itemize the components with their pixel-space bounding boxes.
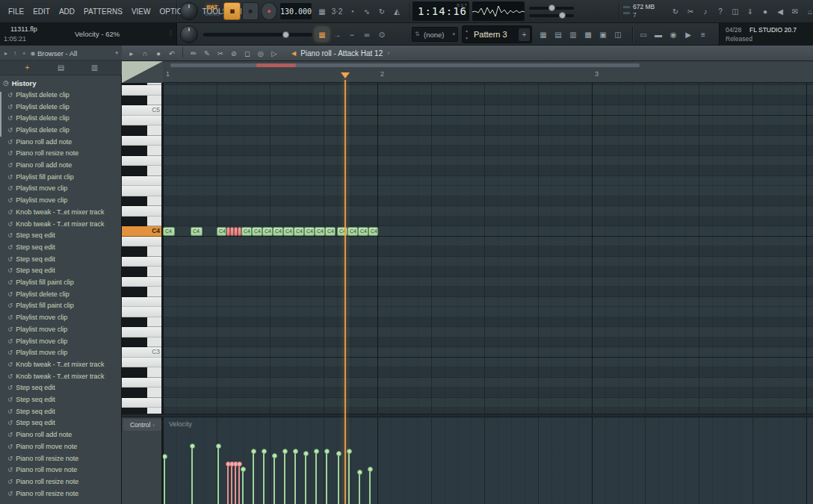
piano-key-E4[interactable] [122, 186, 163, 196]
velocity-stem[interactable] [238, 464, 240, 504]
piano-key-Cs5[interactable] [122, 96, 163, 106]
monitor-icon[interactable]: ◀ [773, 4, 787, 18]
plugin-picker-icon[interactable]: ◫ [611, 28, 625, 41]
velocity-stem[interactable] [326, 452, 327, 504]
pitch-slider[interactable] [529, 14, 574, 17]
history-item[interactable]: ↺Piano roll move note [0, 441, 122, 452]
history-item[interactable]: ↺Playlist move clip [0, 335, 122, 347]
shuffle-slider-track[interactable] [203, 33, 312, 37]
undo-icon[interactable]: ↶ [166, 47, 178, 59]
velocity-stem[interactable] [315, 452, 317, 504]
achievements-icon[interactable]: ⌂ [803, 4, 813, 18]
select-tool-icon[interactable]: ◻ [241, 47, 253, 59]
history-item[interactable]: ↺Step seq edit [0, 265, 122, 277]
piano-key-Cs4[interactable] [122, 217, 163, 227]
typing-piano-toggle-icon[interactable]: ▦ [315, 28, 329, 41]
piano-roll-note[interactable]: C4 [325, 227, 336, 236]
piano-key-G4[interactable] [122, 156, 163, 167]
history-item[interactable]: ↺Knob tweak - T..et mixer track [0, 206, 122, 218]
pattern-selector[interactable]: ▴ ▾ Pattern 3 + [462, 25, 532, 43]
velocity-stem[interactable] [294, 452, 296, 504]
velocity-stem[interactable] [235, 464, 236, 504]
piano-key-Gs4[interactable] [122, 146, 163, 156]
glue-icon[interactable]: ∞ [360, 28, 374, 41]
browser-tab-mixer[interactable]: ▥ [88, 61, 102, 75]
pattern-down-icon[interactable]: ▾ [466, 35, 468, 40]
browser-tab-plus[interactable]: + [21, 61, 34, 75]
piano-roll-note[interactable]: C4 [262, 227, 273, 236]
piano-key-D5[interactable] [122, 85, 163, 96]
step-edit-arrow-icon[interactable]: → [330, 28, 344, 41]
piano-key-Fs4[interactable] [122, 166, 163, 176]
velocity-stem[interactable] [191, 447, 193, 504]
piano-key-Ds4[interactable] [122, 196, 163, 207]
menu-file[interactable]: FILE [4, 7, 28, 16]
history-item[interactable]: ↺Playlist move clip [0, 194, 122, 206]
draw-tool-icon[interactable]: ✏ [188, 47, 200, 59]
piano-key-Ds3[interactable] [122, 317, 163, 328]
piano-key-B3[interactable] [122, 237, 163, 247]
piano-roll-note[interactable]: C4 [273, 227, 283, 236]
velocity-stem[interactable] [284, 452, 285, 504]
snap-magnet-icon[interactable]: ∩ [139, 47, 151, 59]
history-item[interactable]: ↺Playlist fill paint clip [0, 276, 122, 288]
history-item[interactable]: ↺Playlist fill paint clip [0, 300, 122, 312]
typing-keyboard-icon[interactable]: ▦ [315, 4, 329, 18]
history-item[interactable]: ↺Step seq edit [0, 241, 122, 253]
playlist-window-icon[interactable]: ▦ [537, 28, 550, 41]
piano-key-G2[interactable] [122, 398, 163, 408]
piano-key-E3[interactable] [122, 307, 163, 317]
history-item[interactable]: ↺Playlist delete clip [0, 101, 122, 113]
piano-roll-note[interactable]: C4 [294, 227, 304, 236]
velocity-stem[interactable] [253, 452, 254, 504]
history-header[interactable]: ◷ History [3, 78, 37, 88]
piano-key-As4[interactable] [122, 125, 163, 136]
piano-key-A3[interactable] [122, 257, 163, 267]
history-item[interactable]: ↺Playlist delete clip [0, 112, 122, 124]
velocity-stem[interactable] [359, 473, 360, 504]
news-panel[interactable]: 04/28 FL STUDIO 20.7 Released [719, 23, 813, 46]
menu-patterns[interactable]: PATTERNS [79, 7, 127, 16]
piano-key-Fs2[interactable] [122, 408, 163, 414]
shuffle-slider-handle[interactable] [282, 31, 289, 38]
playhead-marker[interactable] [341, 72, 350, 78]
pr-menu-icon[interactable]: ▸ [126, 47, 137, 59]
time-display[interactable]: 1:14:16 B:S:T [412, 1, 469, 21]
menu-add[interactable]: ADD [55, 7, 79, 16]
piano-roll-note[interactable]: C4 [191, 227, 203, 236]
piano-roll-note[interactable]: C4 [347, 227, 358, 236]
piano-key-As2[interactable] [122, 367, 163, 378]
velocity-stem[interactable] [217, 447, 219, 504]
piano-roll-note[interactable]: C4 [304, 227, 315, 236]
up-icon[interactable]: ↑ [10, 46, 19, 60]
history-item[interactable]: ↺Piano roll add note [0, 159, 122, 171]
browser-scrollbar[interactable] [0, 92, 1, 137]
video-icon[interactable]: ▶ [681, 28, 695, 41]
metronome-icon[interactable]: ◭ [390, 4, 404, 18]
history-item[interactable]: ↺Step seq edit [0, 253, 122, 265]
mic-icon[interactable]: ● [758, 4, 772, 18]
piano-key-G3[interactable] [122, 277, 163, 287]
piano-roll-note[interactable]: C4 [241, 227, 252, 236]
help-icon[interactable]: ? [714, 4, 727, 18]
history-item[interactable]: ↺Piano roll resize note [0, 148, 122, 160]
piano-roll-note[interactable]: C4 [252, 227, 262, 236]
history-item[interactable]: ↺Step seq edit [0, 393, 122, 405]
channel-rack-window-icon[interactable]: ▥ [566, 28, 580, 41]
blend-recording-icon[interactable]: ∿ [360, 4, 374, 18]
history-item[interactable]: ↺Playlist move clip [0, 183, 122, 195]
cut-tool-icon[interactable]: ✂ [684, 4, 697, 18]
save-icon[interactable]: ◫ [729, 4, 742, 18]
zoom-tool-icon[interactable]: ◎ [255, 47, 267, 59]
piano-key-Gs3[interactable] [122, 267, 163, 277]
velocity-stem[interactable] [242, 470, 244, 504]
countdown-icon[interactable]: 3·2 [330, 4, 344, 18]
history-item[interactable]: ↺Knob tweak - T..et mixer track [0, 358, 122, 370]
piano-roll-note[interactable]: C4 [315, 227, 325, 236]
history-item[interactable]: ↺Piano roll resize note [0, 452, 122, 464]
velocity-stem[interactable] [369, 470, 371, 504]
stamp-icon[interactable]: ● [152, 47, 164, 59]
history-item[interactable]: ↺Step seq edit [0, 417, 122, 429]
velocity-area[interactable]: Velocity [163, 417, 813, 504]
oscilloscope[interactable] [472, 1, 525, 21]
